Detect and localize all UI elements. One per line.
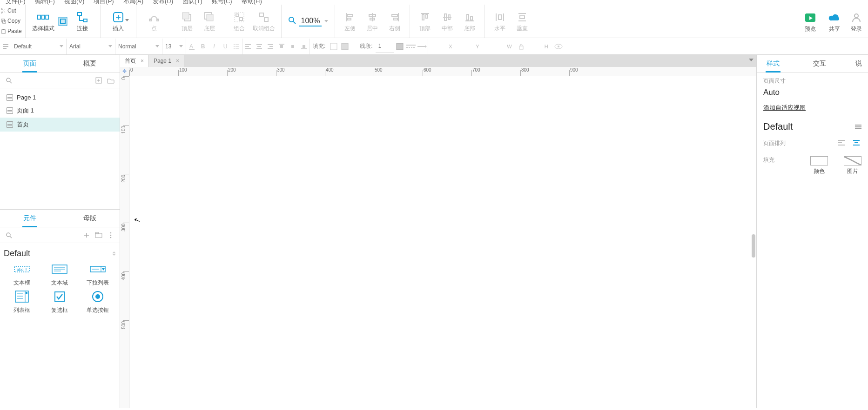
arrow-style-icon[interactable]: [417, 41, 427, 52]
lock-aspect-icon[interactable]: [518, 41, 525, 52]
font-size-select[interactable]: 13: [162, 40, 186, 53]
font-color-icon[interactable]: A: [187, 41, 197, 52]
coord-h-input[interactable]: H: [527, 40, 552, 53]
widget-dropdown[interactable]: 下拉列表: [80, 262, 116, 287]
tab-outline[interactable]: 概要: [60, 55, 120, 72]
menu-project[interactable]: 项目(P): [89, 0, 118, 5]
single-select-button[interactable]: [54, 6, 71, 37]
page-node[interactable]: Page 1: [0, 91, 120, 104]
ruler-horizontal[interactable]: 0100200300400500600700800900: [129, 67, 756, 76]
text-align-right-icon[interactable]: [265, 41, 276, 52]
bold-icon[interactable]: B: [198, 41, 208, 52]
share-button[interactable]: 共享: [823, 6, 846, 37]
svg-rect-77: [280, 45, 283, 48]
tab-style[interactable]: 样式: [757, 55, 789, 72]
fill-color-swatch[interactable]: [329, 41, 339, 52]
library-folder-icon[interactable]: [94, 231, 103, 239]
chevron-down-icon[interactable]: [324, 20, 328, 22]
text-align-left-icon[interactable]: [243, 41, 253, 52]
insert-button[interactable]: 插入: [107, 6, 129, 37]
valign-middle-icon[interactable]: [288, 41, 298, 52]
menu-view[interactable]: 视图(V): [60, 0, 89, 5]
close-icon[interactable]: ×: [176, 58, 179, 64]
page-size-value[interactable]: Auto: [763, 88, 861, 97]
ruler-v-tick: 0: [120, 76, 129, 125]
ruler-origin-icon[interactable]: ✥: [120, 67, 129, 76]
fill-color-swatch-grey[interactable]: [340, 41, 350, 52]
bullets-icon[interactable]: [231, 41, 242, 52]
valign-bottom-icon[interactable]: [299, 41, 309, 52]
search-icon[interactable]: [5, 231, 13, 239]
paste-button[interactable]: Paste: [1, 26, 24, 36]
preview-button[interactable]: 预览: [799, 6, 821, 37]
add-page-icon[interactable]: [94, 76, 103, 85]
menu-icon[interactable]: [855, 121, 861, 132]
coord-y-input[interactable]: Y: [458, 40, 483, 53]
add-folder-icon[interactable]: [107, 76, 115, 85]
align-center-button: 居中: [361, 6, 384, 37]
fill-image-button[interactable]: 图片: [844, 156, 861, 175]
widget-textfield[interactable]: abc文本框: [4, 262, 40, 287]
tab-masters[interactable]: 母版: [60, 210, 120, 227]
page-node[interactable]: 首页: [0, 118, 120, 132]
scrollbar-vertical-thumb[interactable]: [752, 234, 755, 258]
fill-color-button[interactable]: 颜色: [810, 156, 828, 175]
font-select[interactable]: Arial: [67, 40, 115, 53]
font-weight-select[interactable]: Normal: [115, 40, 162, 53]
canvas[interactable]: ✥ 0100200300400500600700800900 010020030…: [120, 67, 756, 408]
paragraph-style-icon[interactable]: [0, 41, 11, 52]
line-width-input[interactable]: 1: [376, 40, 394, 53]
tab-widgets[interactable]: 元件: [0, 210, 60, 227]
zoom-input[interactable]: [299, 16, 322, 26]
add-library-icon[interactable]: [82, 231, 91, 239]
library-header[interactable]: Default: [4, 245, 116, 262]
close-icon[interactable]: ×: [141, 58, 144, 64]
style-select[interactable]: Default: [11, 40, 66, 53]
page-size-label: 页面尺寸: [763, 77, 861, 85]
page-align-center-button[interactable]: [851, 139, 861, 148]
menu-help[interactable]: 帮助(H): [237, 0, 267, 5]
coord-w-input[interactable]: W: [491, 40, 516, 53]
more-icon[interactable]: [107, 231, 115, 239]
widget-radio[interactable]: 单选按钮: [80, 290, 116, 314]
copy-button[interactable]: Copy: [1, 16, 24, 26]
valign-top-icon[interactable]: [276, 41, 287, 52]
canvas-page[interactable]: ↖: [129, 76, 756, 408]
distribute-group: 水平 垂直: [485, 5, 537, 38]
tab-interact[interactable]: 交互: [789, 55, 849, 72]
page-align-left-button[interactable]: [836, 139, 847, 148]
widgets-panel: 元件 母版 Default abc文本框文本域下拉列表列表框复选框单选按钮: [0, 209, 120, 319]
menu-team[interactable]: 团队(T): [178, 0, 207, 5]
underline-icon[interactable]: U: [220, 41, 230, 52]
doc-tab-home[interactable]: 首页 ×: [120, 55, 149, 67]
connect-button[interactable]: 连接: [71, 6, 94, 37]
select-mode-button[interactable]: 选择模式: [32, 6, 54, 37]
widget-checkbox[interactable]: 复选框: [42, 290, 78, 314]
menu-edit[interactable]: 编辑(E): [30, 0, 60, 5]
add-adaptive-link[interactable]: 添加自适应视图: [763, 104, 806, 112]
doc-tab-page1[interactable]: Page 1 ×: [149, 55, 184, 67]
style-preset-header[interactable]: Default: [763, 121, 861, 132]
italic-icon[interactable]: I: [209, 41, 219, 52]
search-icon[interactable]: [5, 76, 13, 85]
menu-publish[interactable]: 发布(U): [148, 0, 178, 5]
widget-listbox[interactable]: 列表框: [4, 290, 40, 314]
coord-x-input[interactable]: X: [431, 40, 456, 53]
line-color-icon[interactable]: [395, 41, 405, 52]
tabs-dropdown-icon[interactable]: [749, 59, 754, 61]
menu-account[interactable]: 账号(C): [207, 0, 237, 5]
cut-button[interactable]: Cut: [1, 6, 24, 16]
tab-notes[interactable]: 说: [849, 55, 868, 72]
menu-file[interactable]: 文件(F): [1, 0, 30, 5]
tab-pages[interactable]: 页面: [0, 55, 60, 72]
text-align-center-icon[interactable]: [254, 41, 264, 52]
ruler-vertical[interactable]: 0100200300400500: [120, 76, 129, 408]
magnifier-icon[interactable]: [288, 16, 296, 26]
line-style-icon[interactable]: [406, 41, 416, 52]
widget-textarea[interactable]: 文本域: [42, 262, 78, 287]
visibility-icon[interactable]: [554, 41, 563, 52]
page-node[interactable]: 页面 1: [0, 104, 120, 118]
dropdown-icon: [88, 262, 107, 276]
login-button[interactable]: 登录: [848, 6, 865, 37]
menu-arrange[interactable]: 布局(A): [119, 0, 148, 5]
